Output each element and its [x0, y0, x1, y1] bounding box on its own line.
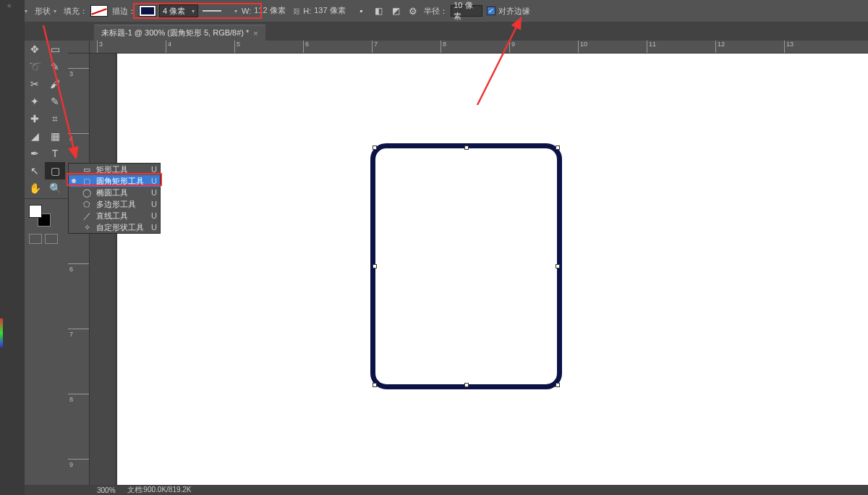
radius-input[interactable]: 10 像素	[451, 5, 482, 17]
shape-tool-flyout: ▭矩形工具U ▢圆角矩形工具U ◯椭圆工具U ⬠多边形工具U ／直线工具U ✧自…	[68, 163, 161, 234]
ruler-tick: 12	[715, 41, 725, 53]
ruler-tick: 7	[372, 41, 378, 53]
shape-tool[interactable]: ▢	[45, 162, 65, 179]
quick-mask-icon[interactable]	[29, 234, 42, 244]
ruler-tick: 6	[303, 41, 309, 53]
hand-tool[interactable]: ✋	[25, 179, 45, 197]
transform-handle[interactable]	[373, 383, 377, 387]
magic-wand-tool[interactable]: ✦	[25, 93, 45, 110]
ruler-horizontal[interactable]: 3 4 5 6 7 8 9 10 11 12 13	[90, 41, 868, 54]
ruler-tick: 13	[784, 41, 793, 53]
stroke-width-input[interactable]: 4 像素▾	[159, 4, 198, 17]
align-edges-checkbox[interactable]: ✓ 对齐边缘	[487, 3, 530, 19]
ruler-tick: 9	[509, 41, 515, 53]
marquee-tool[interactable]: ▭	[45, 41, 65, 58]
menu-item-custom-shape[interactable]: ✧自定形状工具U	[69, 221, 160, 233]
collapse-icon[interactable]: «	[7, 1, 12, 9]
stroke-swatch[interactable]	[139, 5, 156, 17]
path-align-icon[interactable]: ▪	[354, 4, 367, 17]
ruler-tick: 4	[166, 41, 171, 53]
ruler-tick: 10	[578, 41, 587, 53]
rounded-rectangle-shape[interactable]	[370, 143, 562, 389]
clone-tool[interactable]: ⌗	[45, 110, 65, 127]
transform-handle[interactable]	[556, 383, 560, 387]
transform-handle[interactable]	[464, 383, 469, 387]
radius-label: 半径：	[424, 6, 448, 17]
menu-item-rectangle[interactable]: ▭矩形工具U	[69, 164, 160, 175]
path-arrange-icon[interactable]: ◧	[372, 4, 385, 17]
menu-item-line[interactable]: ／直线工具U	[69, 210, 160, 221]
polygon-icon: ⬠	[82, 200, 92, 209]
ruler-vertical[interactable]: 3 4 5 6 7 8 9	[68, 54, 90, 485]
height-input[interactable]: 137 像素	[314, 5, 350, 17]
custom-shape-icon: ✧	[82, 223, 92, 232]
move-tool[interactable]: ✥	[25, 41, 45, 58]
line-icon: ／	[82, 211, 92, 221]
panel-edge-strip: «	[0, 0, 25, 495]
tools-panel: ✥▭ ➰✎ ✂🖌 ✦✎ ✚⌗ ◢▦ ✒T ↖▢ ✋🔍	[25, 41, 68, 485]
ruler-tick: 8	[68, 394, 89, 403]
ruler-tick: 9	[68, 459, 89, 468]
ruler-tick: 6	[68, 263, 89, 273]
main-area: ✥▭ ➰✎ ✂🖌 ✦✎ ✚⌗ ◢▦ ✒T ↖▢ ✋🔍 3 4 5 6 7 8 9…	[25, 41, 868, 485]
menu-item-polygon[interactable]: ⬠多边形工具U	[69, 198, 160, 210]
color-accent-strip	[0, 318, 3, 347]
transform-handle[interactable]	[373, 264, 377, 268]
pencil-tool[interactable]: ✎	[45, 93, 65, 110]
color-swatches[interactable]	[29, 205, 51, 227]
height-label: H:	[303, 7, 311, 15]
canvas-viewport[interactable]	[90, 54, 868, 485]
canvas[interactable]	[117, 54, 868, 485]
stroke-style-select[interactable]: ▾	[203, 3, 237, 19]
tool-mode-label: 形状	[35, 6, 51, 17]
path-select-tool[interactable]: ↖	[25, 162, 45, 179]
link-icon[interactable]: ⛓	[293, 7, 300, 15]
ruler-tick: 8	[441, 41, 446, 53]
ruler-tick: 3	[97, 41, 103, 53]
transform-handle[interactable]	[373, 145, 377, 150]
crop-tool[interactable]: ✂	[25, 75, 45, 93]
lasso-tool[interactable]: ➰	[25, 58, 45, 75]
gear-icon[interactable]: ⚙	[407, 4, 420, 17]
align-edges-label: 对齐边缘	[498, 6, 530, 17]
ruler-tick: 7	[68, 329, 89, 338]
ruler-origin[interactable]	[68, 41, 90, 54]
doc-size-readout: 文档:900.0K/819.2K	[127, 485, 192, 495]
checkbox-checked-icon: ✓	[487, 7, 495, 15]
document-tab[interactable]: 未标题-1 @ 300% (圆角矩形 5, RGB/8#) * ×	[94, 25, 265, 41]
chevron-down-icon[interactable]: ▾	[25, 8, 27, 14]
ellipse-icon: ◯	[82, 188, 92, 198]
work-area: 3 4 5 6 7 8 9 10 11 12 13 3 4 5 6 7 8 9	[68, 41, 868, 485]
ruler-tick: 11	[647, 41, 656, 53]
transform-handle[interactable]	[556, 145, 560, 150]
transform-handle[interactable]	[556, 264, 560, 268]
tool-mode-select[interactable]: 形状 ▾	[32, 6, 59, 17]
document-tab-title: 未标题-1 @ 300% (圆角矩形 5, RGB/8#) *	[101, 28, 249, 38]
eyedropper-tool[interactable]: ✎	[45, 58, 65, 75]
eraser-tool[interactable]: ◢	[25, 127, 45, 145]
ruler-tick: 3	[68, 68, 89, 77]
ruler-tick: 5	[234, 41, 240, 53]
status-bar: 300% 文档:900.0K/819.2K	[25, 485, 868, 495]
healing-tool[interactable]: ✚	[25, 110, 45, 127]
path-ops-icon[interactable]: ◩	[389, 4, 402, 17]
width-input[interactable]: 112 像素	[254, 5, 290, 17]
menu-item-rounded-rectangle[interactable]: ▢圆角矩形工具U	[69, 175, 160, 187]
rounded-rectangle-icon: ▢	[82, 177, 92, 186]
fill-label: 填充：	[64, 6, 88, 17]
zoom-readout[interactable]: 300%	[97, 486, 116, 494]
document-tab-bar: 未标题-1 @ 300% (圆角矩形 5, RGB/8#) * ×	[0, 22, 868, 41]
brush-tool[interactable]: 🖌	[45, 75, 65, 93]
transform-handle[interactable]	[464, 145, 469, 150]
width-label: W:	[242, 7, 251, 15]
menu-item-ellipse[interactable]: ◯椭圆工具U	[69, 187, 160, 198]
screen-mode-icon[interactable]	[45, 234, 58, 244]
chevron-down-icon: ▾	[54, 8, 56, 14]
type-tool[interactable]: T	[45, 145, 65, 162]
gradient-tool[interactable]: ▦	[45, 127, 65, 145]
zoom-tool[interactable]: 🔍	[45, 179, 65, 197]
pen-tool[interactable]: ✒	[25, 145, 45, 162]
fill-swatch[interactable]	[90, 5, 108, 17]
close-icon[interactable]: ×	[253, 29, 258, 38]
ruler-tick: 4	[68, 133, 89, 143]
